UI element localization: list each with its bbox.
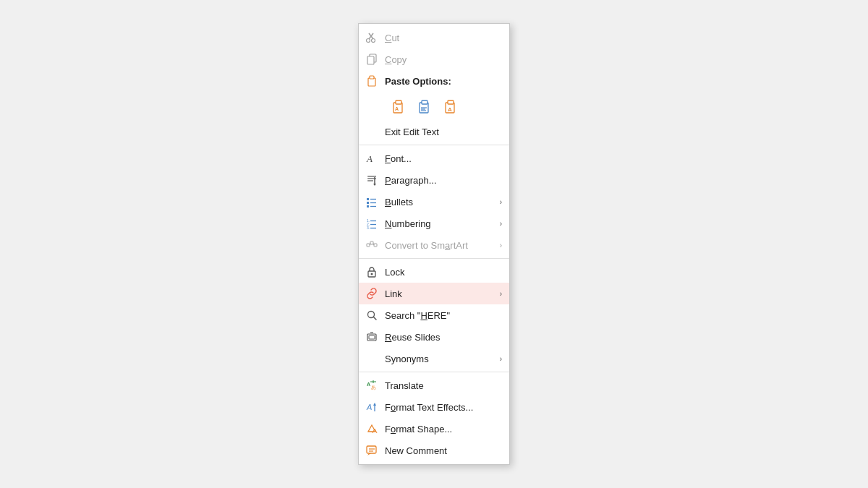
bullets-label: Bullets	[385, 197, 497, 207]
format-shape-icon	[365, 421, 379, 436]
svg-marker-24	[373, 184, 376, 186]
menu-item-exit-edit-text[interactable]: Exit Edit Text	[359, 121, 509, 142]
reuse-slides-icon	[365, 330, 379, 344]
menu-item-convert-smartart[interactable]: Convert to SmartArt ›	[359, 234, 509, 256]
paste-keep-source-btn[interactable]: A	[388, 95, 411, 118]
svg-rect-39	[374, 244, 377, 247]
menu-item-numbering[interactable]: 1. 2. 3. Numbering ›	[359, 213, 509, 234]
divider-2	[359, 258, 509, 259]
svg-text:A: A	[395, 106, 399, 111]
font-label: Font...	[385, 153, 502, 164]
new-comment-label: New Comment	[385, 445, 502, 456]
copy-label: Copy	[385, 54, 502, 65]
svg-point-2	[367, 39, 370, 43]
svg-rect-25	[367, 198, 369, 200]
menu-item-format-shape[interactable]: Format Shape...	[359, 418, 509, 440]
copy-icon	[365, 52, 379, 67]
menu-item-cut[interactable]: Cut	[359, 27, 509, 48]
translate-icon: A あ	[365, 378, 379, 393]
numbering-icon: 1. 2. 3.	[365, 216, 379, 231]
menu-item-format-text-effects[interactable]: A Format Text Effects...	[359, 396, 509, 418]
search-icon	[365, 308, 379, 322]
svg-rect-17	[448, 100, 454, 104]
lock-icon	[365, 265, 379, 279]
svg-point-3	[372, 39, 375, 43]
paste-icon	[365, 74, 379, 88]
menu-item-translate[interactable]: A あ Translate	[359, 374, 509, 396]
link-submenu-arrow: ›	[500, 290, 502, 298]
cut-label: Cut	[385, 33, 502, 43]
link-label: Link	[385, 288, 497, 299]
divider-1	[359, 145, 509, 145]
paragraph-icon	[365, 173, 379, 187]
svg-rect-38	[370, 241, 373, 244]
link-icon	[365, 286, 379, 301]
svg-rect-12	[422, 100, 427, 104]
reuse-slides-label: Reuse Slides	[385, 332, 502, 343]
svg-text:3.: 3.	[367, 226, 370, 229]
numbering-submenu-arrow: ›	[500, 220, 502, 228]
svg-rect-9	[396, 100, 401, 104]
svg-point-43	[371, 273, 373, 275]
menu-item-bullets[interactable]: Bullets ›	[359, 191, 509, 213]
paste-options-label: Paste Options:	[385, 76, 502, 87]
format-text-effects-label: Format Text Effects...	[385, 402, 502, 413]
svg-rect-37	[367, 244, 370, 247]
bullets-icon	[365, 194, 379, 209]
paste-options-buttons: A A	[359, 92, 509, 121]
convert-smartart-label: Convert to SmartArt	[385, 240, 497, 251]
format-shape-label: Format Shape...	[385, 424, 502, 435]
menu-item-synonyms[interactable]: Synonyms ›	[359, 348, 509, 369]
menu-item-reuse-slides[interactable]: Reuse Slides	[359, 326, 509, 348]
font-icon: A	[365, 151, 379, 166]
synonyms-label: Synonyms	[385, 354, 497, 364]
paste-keep-text-only-btn[interactable]: A	[440, 95, 463, 118]
menu-item-search[interactable]: Search "HERE"	[359, 304, 509, 326]
svg-text:A: A	[366, 153, 373, 164]
paste-use-destination-btn[interactable]	[414, 95, 437, 118]
svg-rect-29	[367, 205, 369, 207]
numbering-label: Numbering	[385, 218, 497, 229]
synonyms-submenu-arrow: ›	[500, 355, 502, 363]
paragraph-label: Paragraph...	[385, 175, 502, 186]
menu-item-link[interactable]: Link ›	[359, 283, 509, 304]
svg-rect-5	[367, 56, 374, 64]
context-menu: Cut Copy Paste Options: A	[358, 23, 510, 465]
svg-text:A: A	[367, 382, 370, 387]
svg-rect-7	[370, 76, 374, 79]
translate-label: Translate	[385, 380, 502, 391]
menu-item-new-comment[interactable]: New Comment	[359, 440, 509, 461]
smartart-icon	[365, 238, 379, 252]
menu-item-font[interactable]: A Font...	[359, 147, 509, 169]
menu-item-paste-options-header: Paste Options:	[359, 70, 509, 92]
format-text-effects-icon: A	[365, 400, 379, 414]
menu-item-lock[interactable]: Lock	[359, 261, 509, 283]
svg-text:A: A	[448, 106, 452, 113]
svg-rect-27	[367, 202, 369, 204]
menu-item-paragraph[interactable]: Paragraph...	[359, 169, 509, 191]
svg-text:A: A	[366, 403, 372, 411]
synonyms-icon	[365, 351, 379, 366]
svg-rect-6	[368, 78, 375, 86]
search-label: Search "HERE"	[385, 310, 502, 321]
exit-edit-text-icon	[365, 124, 379, 139]
smartart-submenu-arrow: ›	[500, 241, 502, 249]
divider-3	[359, 372, 509, 372]
menu-item-copy[interactable]: Copy	[359, 48, 509, 70]
lock-label: Lock	[385, 267, 502, 278]
svg-text:あ: あ	[371, 385, 376, 390]
svg-line-45	[374, 317, 377, 320]
bullets-submenu-arrow: ›	[500, 198, 502, 206]
svg-marker-54	[373, 403, 376, 406]
cut-icon	[365, 30, 379, 45]
exit-edit-text-label: Exit Edit Text	[385, 127, 502, 137]
svg-rect-56	[367, 446, 376, 453]
new-comment-icon	[365, 443, 379, 458]
svg-rect-47	[369, 335, 375, 339]
